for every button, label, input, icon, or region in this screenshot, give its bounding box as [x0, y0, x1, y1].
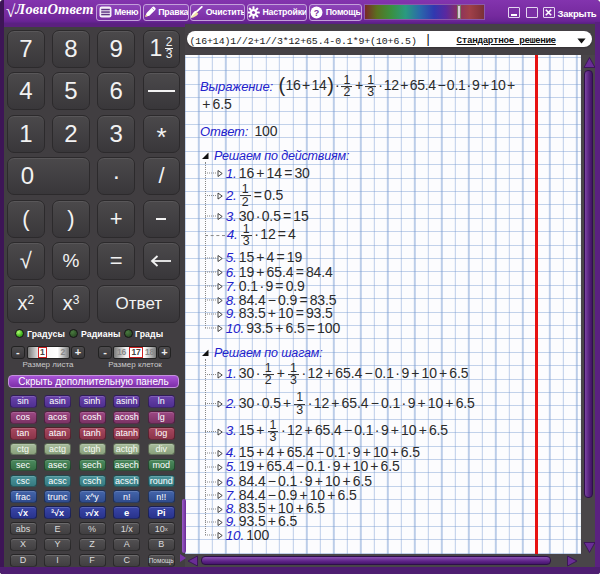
svg-text:?: ?: [314, 7, 319, 17]
